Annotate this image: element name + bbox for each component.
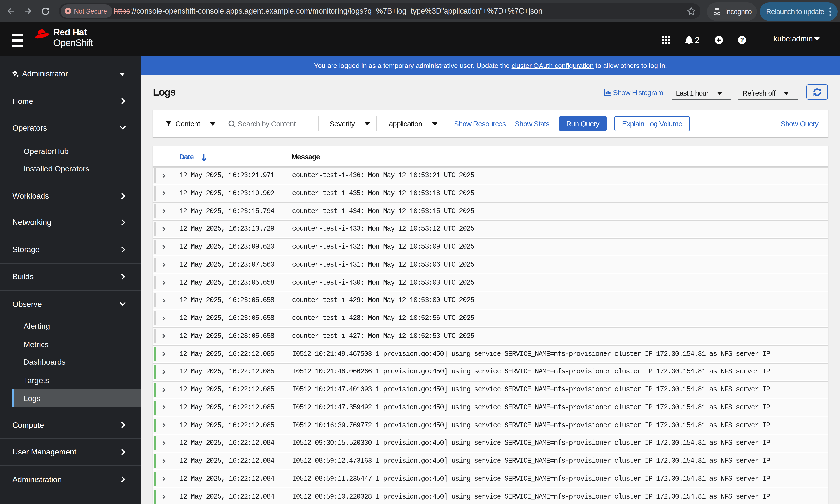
svg-text:?: ? <box>740 36 743 43</box>
